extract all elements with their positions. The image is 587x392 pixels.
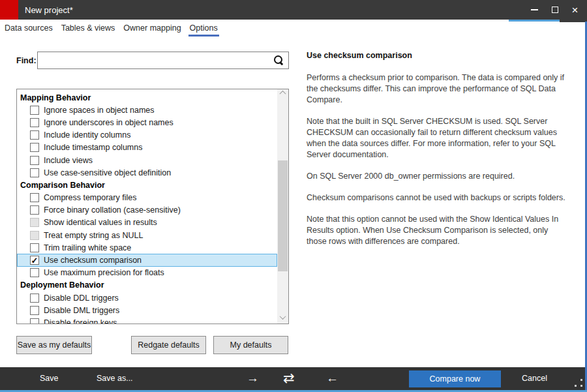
option-label: Disable DML triggers bbox=[44, 306, 119, 315]
checkbox[interactable] bbox=[30, 143, 39, 152]
scroll-up-icon[interactable] bbox=[277, 90, 288, 101]
checkbox[interactable] bbox=[30, 268, 39, 277]
option-label: Disable DDL triggers bbox=[44, 294, 119, 303]
tab-owner-mapping[interactable]: Owner mapping bbox=[122, 22, 182, 37]
description-paragraph: Note that the built in SQL Server CHECKS… bbox=[307, 116, 570, 160]
options-list-content: Mapping Behavior Ignore spaces in object… bbox=[17, 89, 277, 324]
redgate-defaults-button[interactable]: Redgate defaults bbox=[131, 336, 206, 354]
option-label: Trim trailing white space bbox=[44, 243, 131, 252]
checkbox-disabled bbox=[30, 231, 39, 240]
find-label: Find: bbox=[16, 56, 37, 65]
find-box bbox=[37, 52, 289, 69]
option-group-header: Mapping Behavior bbox=[17, 91, 277, 104]
checkbox[interactable] bbox=[30, 306, 39, 315]
scrollbar-thumb[interactable] bbox=[278, 160, 288, 271]
option-item-disabled: Treat empty string as NULL bbox=[17, 229, 277, 241]
new-project-dialog: New project* × Data sources Tables & vie… bbox=[0, 0, 587, 392]
options-list: Mapping Behavior Ignore spaces in object… bbox=[16, 89, 289, 324]
close-button[interactable]: × bbox=[565, 0, 585, 20]
option-item[interactable]: Disable DDL triggers bbox=[17, 292, 277, 304]
option-group-header: Comparison Behavior bbox=[17, 179, 277, 191]
option-description-panel: Use checksum comparison Performs a check… bbox=[307, 51, 570, 258]
tab-tables-views[interactable]: Tables & views bbox=[60, 22, 117, 37]
option-item[interactable]: Disable foreign keys bbox=[17, 316, 277, 324]
chevron-up-icon bbox=[280, 91, 286, 97]
option-label: Include timestamp columns bbox=[44, 143, 142, 152]
my-defaults-button[interactable]: My defaults bbox=[213, 336, 288, 354]
option-item[interactable]: Use maximum precision for floats bbox=[17, 267, 277, 279]
window-controls: × bbox=[524, 0, 585, 20]
option-item[interactable]: Include identity columns bbox=[17, 129, 277, 142]
option-item-selected[interactable]: Use checksum comparison bbox=[17, 254, 277, 266]
option-label: Use case-sensitive object definition bbox=[44, 168, 171, 177]
window-title: New project* bbox=[25, 5, 73, 15]
checkbox[interactable] bbox=[30, 294, 39, 303]
compare-now-button[interactable]: Compare now bbox=[409, 370, 501, 387]
scroll-down-icon[interactable] bbox=[277, 312, 288, 323]
option-item-disabled: Show identical values in results bbox=[17, 217, 277, 229]
option-label: Disable foreign keys bbox=[44, 318, 117, 324]
option-label: Ignore spaces in object names bbox=[44, 106, 155, 115]
search-icon[interactable] bbox=[274, 55, 284, 65]
checkbox[interactable] bbox=[30, 193, 39, 202]
option-item[interactable]: Force binary collation (case-sensitive) bbox=[17, 204, 277, 217]
tab-bar: Data sources Tables & views Owner mappin… bbox=[3, 22, 219, 37]
save-button[interactable]: Save bbox=[40, 374, 59, 383]
description-paragraph: Note that this option cannot be used wit… bbox=[307, 214, 570, 247]
find-input[interactable] bbox=[38, 52, 274, 68]
option-item[interactable]: Include timestamp columns bbox=[17, 142, 277, 154]
maximize-button[interactable] bbox=[545, 0, 565, 20]
tab-data-sources[interactable]: Data sources bbox=[3, 22, 54, 37]
option-item[interactable]: Use case-sensitive object definition bbox=[17, 166, 277, 179]
maximize-icon bbox=[552, 7, 558, 13]
option-group-header: Deployment Behavior bbox=[17, 279, 277, 292]
option-label: Ignore underscores in object names bbox=[44, 118, 173, 127]
checkbox[interactable] bbox=[30, 243, 39, 252]
minimize-button[interactable] bbox=[524, 0, 545, 20]
checkbox-disabled bbox=[30, 218, 39, 227]
option-item[interactable]: Include views bbox=[17, 154, 277, 166]
map-right-arrow-icon[interactable]: → bbox=[247, 370, 259, 386]
checkbox-checked[interactable] bbox=[30, 256, 39, 265]
option-item[interactable]: Compress temporary files bbox=[17, 192, 277, 204]
resize-grip[interactable] bbox=[575, 379, 582, 387]
description-paragraph: Checksum comparisons cannot be used with… bbox=[307, 192, 570, 204]
swap-arrows-icon[interactable]: ⇄ bbox=[283, 370, 295, 386]
description-paragraph: Performs a checksum prior to comparison.… bbox=[307, 72, 570, 106]
cancel-button[interactable]: Cancel bbox=[522, 374, 547, 383]
minimize-icon bbox=[531, 9, 538, 10]
save-as-button[interactable]: Save as... bbox=[97, 374, 133, 383]
map-left-arrow-icon[interactable]: ← bbox=[326, 370, 339, 386]
titlebar-accent bbox=[509, 20, 560, 22]
checkbox[interactable] bbox=[30, 205, 39, 215]
option-item[interactable]: Ignore underscores in object names bbox=[17, 116, 277, 128]
option-item[interactable]: Ignore spaces in object names bbox=[17, 104, 277, 116]
chevron-down-icon bbox=[280, 313, 286, 320]
option-label: Force binary collation (case-sensitive) bbox=[44, 205, 181, 215]
option-label: Compress temporary files bbox=[44, 193, 136, 202]
option-label: Treat empty string as NULL bbox=[44, 231, 143, 240]
option-item[interactable]: Disable DML triggers bbox=[17, 304, 277, 316]
option-item[interactable]: Trim trailing white space bbox=[17, 241, 277, 254]
checkbox[interactable] bbox=[30, 130, 39, 140]
option-label: Include identity columns bbox=[44, 130, 130, 140]
bottom-bar: Save Save as... → ⇄ ← Compare now Cancel bbox=[0, 367, 587, 390]
option-description-title: Use checksum comparison bbox=[307, 51, 570, 60]
scrollbar[interactable] bbox=[277, 89, 288, 324]
option-label: Include views bbox=[44, 156, 93, 165]
tab-options[interactable]: Options bbox=[188, 22, 219, 37]
option-label: Use maximum precision for floats bbox=[44, 268, 164, 277]
checkbox[interactable] bbox=[30, 156, 39, 165]
checkbox[interactable] bbox=[30, 318, 39, 324]
save-as-my-defaults-button[interactable]: Save as my defaults bbox=[16, 336, 92, 354]
option-label: Show identical values in results bbox=[44, 218, 157, 227]
app-icon bbox=[0, 0, 18, 20]
titlebar[interactable]: New project* bbox=[0, 0, 587, 20]
close-icon: × bbox=[572, 5, 579, 16]
checkbox[interactable] bbox=[30, 118, 39, 127]
checkbox[interactable] bbox=[30, 106, 39, 115]
option-label: Use checksum comparison bbox=[44, 256, 142, 265]
checkbox[interactable] bbox=[30, 168, 39, 177]
description-paragraph: On SQL Server 2000 db_owner permissions … bbox=[307, 171, 570, 182]
